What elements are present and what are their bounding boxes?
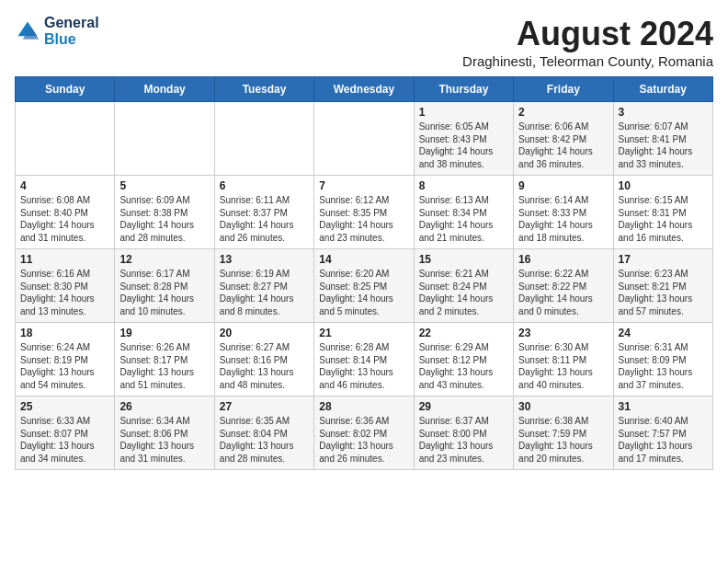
day-info: Sunrise: 6:19 AM Sunset: 8:27 PM Dayligh…	[220, 269, 294, 316]
day-number: 6	[220, 179, 309, 192]
calendar-day-cell: 7Sunrise: 6:12 AM Sunset: 8:35 PM Daylig…	[314, 176, 414, 249]
calendar-day-cell: 31Sunrise: 6:40 AM Sunset: 7:57 PM Dayli…	[613, 396, 712, 470]
day-info: Sunrise: 6:07 AM Sunset: 8:41 PM Dayligh…	[619, 121, 693, 169]
day-number: 26	[119, 400, 209, 413]
day-info: Sunrise: 6:24 AM Sunset: 8:19 PM Dayligh…	[20, 342, 95, 390]
calendar-day-cell: 25Sunrise: 6:33 AM Sunset: 8:07 PM Dayli…	[16, 396, 115, 470]
day-number: 13	[220, 253, 309, 266]
day-info: Sunrise: 6:33 AM Sunset: 8:07 PM Dayligh…	[20, 416, 95, 464]
logo-text: General Blue	[44, 15, 99, 47]
day-info: Sunrise: 6:37 AM Sunset: 8:00 PM Dayligh…	[419, 416, 494, 464]
calendar-day-cell	[314, 102, 414, 176]
weekday-header-cell: Tuesday	[214, 77, 313, 102]
weekday-header-cell: Friday	[514, 77, 613, 102]
calendar-day-cell: 27Sunrise: 6:35 AM Sunset: 8:04 PM Dayli…	[214, 396, 313, 470]
calendar-day-cell: 29Sunrise: 6:37 AM Sunset: 8:00 PM Dayli…	[414, 396, 513, 470]
day-number: 20	[220, 327, 309, 339]
calendar-day-cell: 30Sunrise: 6:38 AM Sunset: 7:59 PM Dayli…	[514, 396, 613, 470]
calendar-week-row: 25Sunrise: 6:33 AM Sunset: 8:07 PM Dayli…	[16, 396, 713, 470]
calendar-day-cell: 2Sunrise: 6:06 AM Sunset: 8:42 PM Daylig…	[514, 102, 613, 176]
weekday-header-cell: Wednesday	[314, 77, 414, 102]
calendar-day-cell: 14Sunrise: 6:20 AM Sunset: 8:25 PM Dayli…	[314, 249, 414, 323]
calendar-day-cell: 23Sunrise: 6:30 AM Sunset: 8:11 PM Dayli…	[514, 323, 613, 396]
day-info: Sunrise: 6:17 AM Sunset: 8:28 PM Dayligh…	[119, 269, 194, 316]
month-year-title: August 2024	[462, 15, 713, 53]
day-number: 3	[619, 106, 708, 119]
day-info: Sunrise: 6:16 AM Sunset: 8:30 PM Dayligh…	[20, 269, 95, 316]
calendar-day-cell: 9Sunrise: 6:14 AM Sunset: 8:33 PM Daylig…	[514, 176, 613, 249]
day-info: Sunrise: 6:26 AM Sunset: 8:17 PM Dayligh…	[119, 342, 194, 390]
calendar-day-cell: 20Sunrise: 6:27 AM Sunset: 8:16 PM Dayli…	[214, 323, 313, 396]
day-number: 27	[220, 400, 309, 413]
calendar-day-cell: 13Sunrise: 6:19 AM Sunset: 8:27 PM Dayli…	[214, 249, 313, 323]
calendar-day-cell: 8Sunrise: 6:13 AM Sunset: 8:34 PM Daylig…	[414, 176, 513, 249]
day-number: 9	[518, 179, 608, 192]
day-number: 30	[518, 400, 608, 413]
day-info: Sunrise: 6:12 AM Sunset: 8:35 PM Dayligh…	[319, 195, 393, 243]
logo-icon	[15, 18, 40, 44]
weekday-header-cell: Saturday	[613, 77, 712, 102]
day-info: Sunrise: 6:15 AM Sunset: 8:31 PM Dayligh…	[619, 195, 693, 243]
calendar-day-cell: 16Sunrise: 6:22 AM Sunset: 8:22 PM Dayli…	[514, 249, 613, 323]
title-section: August 2024 Draghinesti, Teleorman Count…	[462, 15, 713, 69]
calendar-header: SundayMondayTuesdayWednesdayThursdayFrid…	[16, 77, 713, 102]
calendar-day-cell: 19Sunrise: 6:26 AM Sunset: 8:17 PM Dayli…	[115, 323, 214, 396]
day-number: 11	[20, 253, 109, 266]
day-info: Sunrise: 6:28 AM Sunset: 8:14 PM Dayligh…	[319, 342, 393, 390]
day-info: Sunrise: 6:06 AM Sunset: 8:42 PM Dayligh…	[518, 121, 593, 169]
calendar-day-cell: 28Sunrise: 6:36 AM Sunset: 8:02 PM Dayli…	[314, 396, 414, 470]
day-info: Sunrise: 6:22 AM Sunset: 8:22 PM Dayligh…	[518, 269, 593, 316]
logo: General Blue	[15, 15, 99, 47]
day-info: Sunrise: 6:09 AM Sunset: 8:38 PM Dayligh…	[119, 195, 194, 243]
calendar-week-row: 1Sunrise: 6:05 AM Sunset: 8:43 PM Daylig…	[16, 102, 713, 176]
day-info: Sunrise: 6:38 AM Sunset: 7:59 PM Dayligh…	[518, 416, 593, 464]
calendar-day-cell	[214, 102, 313, 176]
calendar-day-cell: 4Sunrise: 6:08 AM Sunset: 8:40 PM Daylig…	[16, 176, 115, 249]
day-number: 12	[119, 253, 209, 266]
day-number: 22	[419, 327, 508, 339]
calendar-day-cell: 22Sunrise: 6:29 AM Sunset: 8:12 PM Dayli…	[414, 323, 513, 396]
day-info: Sunrise: 6:05 AM Sunset: 8:43 PM Dayligh…	[419, 121, 494, 169]
day-number: 24	[619, 327, 708, 339]
day-number: 19	[119, 327, 209, 339]
calendar-week-row: 18Sunrise: 6:24 AM Sunset: 8:19 PM Dayli…	[16, 323, 713, 396]
day-info: Sunrise: 6:23 AM Sunset: 8:21 PM Dayligh…	[619, 269, 693, 316]
day-info: Sunrise: 6:35 AM Sunset: 8:04 PM Dayligh…	[220, 416, 294, 464]
day-number: 21	[319, 327, 408, 339]
calendar-day-cell: 24Sunrise: 6:31 AM Sunset: 8:09 PM Dayli…	[613, 323, 712, 396]
day-number: 14	[319, 253, 408, 266]
calendar-day-cell: 3Sunrise: 6:07 AM Sunset: 8:41 PM Daylig…	[613, 102, 712, 176]
calendar-week-row: 11Sunrise: 6:16 AM Sunset: 8:30 PM Dayli…	[16, 249, 713, 323]
calendar-day-cell: 17Sunrise: 6:23 AM Sunset: 8:21 PM Dayli…	[613, 249, 712, 323]
calendar-day-cell: 5Sunrise: 6:09 AM Sunset: 8:38 PM Daylig…	[115, 176, 214, 249]
weekday-header-cell: Thursday	[414, 77, 513, 102]
day-number: 7	[319, 179, 408, 192]
location-subtitle: Draghinesti, Teleorman County, Romania	[462, 53, 713, 69]
calendar-day-cell	[115, 102, 214, 176]
calendar-day-cell: 21Sunrise: 6:28 AM Sunset: 8:14 PM Dayli…	[314, 323, 414, 396]
day-info: Sunrise: 6:27 AM Sunset: 8:16 PM Dayligh…	[220, 342, 294, 390]
day-number: 29	[419, 400, 508, 413]
day-info: Sunrise: 6:34 AM Sunset: 8:06 PM Dayligh…	[119, 416, 194, 464]
day-info: Sunrise: 6:30 AM Sunset: 8:11 PM Dayligh…	[518, 342, 593, 390]
weekday-header-cell: Sunday	[16, 77, 115, 102]
day-number: 23	[518, 327, 608, 339]
day-info: Sunrise: 6:31 AM Sunset: 8:09 PM Dayligh…	[619, 342, 693, 390]
day-info: Sunrise: 6:08 AM Sunset: 8:40 PM Dayligh…	[20, 195, 95, 243]
day-info: Sunrise: 6:29 AM Sunset: 8:12 PM Dayligh…	[419, 342, 494, 390]
day-number: 10	[619, 179, 708, 192]
calendar-day-cell: 15Sunrise: 6:21 AM Sunset: 8:24 PM Dayli…	[414, 249, 513, 323]
calendar-week-row: 4Sunrise: 6:08 AM Sunset: 8:40 PM Daylig…	[16, 176, 713, 249]
weekday-header-cell: Monday	[115, 77, 214, 102]
day-number: 1	[419, 106, 508, 119]
page-header: General Blue August 2024 Draghinesti, Te…	[15, 15, 713, 69]
day-number: 15	[419, 253, 508, 266]
day-number: 28	[319, 400, 408, 413]
day-info: Sunrise: 6:40 AM Sunset: 7:57 PM Dayligh…	[619, 416, 693, 464]
day-number: 2	[518, 106, 608, 119]
day-number: 31	[619, 400, 708, 413]
day-info: Sunrise: 6:36 AM Sunset: 8:02 PM Dayligh…	[319, 416, 393, 464]
calendar-day-cell: 18Sunrise: 6:24 AM Sunset: 8:19 PM Dayli…	[16, 323, 115, 396]
day-info: Sunrise: 6:21 AM Sunset: 8:24 PM Dayligh…	[419, 269, 494, 316]
calendar-day-cell: 26Sunrise: 6:34 AM Sunset: 8:06 PM Dayli…	[115, 396, 214, 470]
